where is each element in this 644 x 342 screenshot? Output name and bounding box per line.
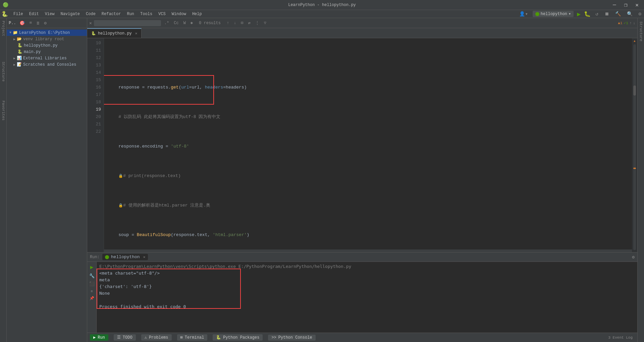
tree-item-external-libs[interactable]: ▶ 📊 External Libraries bbox=[7, 55, 87, 61]
menu-navigate[interactable]: Navigate bbox=[58, 11, 83, 17]
menu-tools[interactable]: Tools bbox=[138, 11, 155, 17]
menu-edit[interactable]: Edit bbox=[26, 11, 42, 17]
todo-btn[interactable]: ☰ TODO bbox=[114, 334, 136, 341]
search-filter-btn[interactable]: ✱ bbox=[189, 20, 194, 26]
python-packages-btn[interactable]: 🐍 Python Packages bbox=[213, 334, 263, 341]
search-word-btn[interactable]: W bbox=[182, 20, 187, 26]
run-config-label: hellopython bbox=[541, 12, 567, 16]
run-config-icon bbox=[535, 12, 539, 16]
run-tab-close[interactable]: ✕ bbox=[143, 255, 146, 259]
search-button[interactable]: 🔍 bbox=[626, 10, 634, 17]
search-close-btn[interactable]: ✕ bbox=[89, 20, 92, 26]
code-editor-container: 10 11 12 13 14 15 16 17 18 19 20 21 22 bbox=[87, 38, 637, 252]
build-button[interactable]: 🔨 bbox=[614, 10, 622, 17]
run-config-dropdown-icon: ▾ bbox=[569, 11, 571, 16]
nav-indicator-dn[interactable]: ↓ bbox=[633, 21, 635, 25]
close-button[interactable]: ✕ bbox=[633, 1, 641, 9]
search-options-btn[interactable]: ⋮ bbox=[254, 20, 261, 26]
console-output-empty bbox=[99, 297, 635, 303]
gutter-scrollbar[interactable] bbox=[633, 44, 636, 250]
console-label: Python Console bbox=[278, 335, 312, 340]
tab-hellopython[interactable]: 🐍 hellopython.py ✕ bbox=[87, 28, 142, 38]
debug-button[interactable]: 🐛 bbox=[584, 11, 591, 17]
menu-file[interactable]: File bbox=[11, 11, 26, 17]
menu-code[interactable]: Code bbox=[83, 11, 98, 17]
run-play-btn[interactable]: ▶ bbox=[90, 264, 94, 271]
run-action-btn[interactable]: ▶ Run bbox=[90, 334, 108, 341]
nav-indicator-up[interactable]: ↑ bbox=[630, 21, 632, 25]
project-sidebar-tab[interactable]: Project bbox=[1, 21, 5, 36]
collapse-all-button[interactable]: ≡ bbox=[28, 20, 34, 26]
tab-close-btn[interactable]: ✕ bbox=[135, 31, 138, 36]
locate-file-button[interactable]: 🎯 bbox=[18, 20, 26, 26]
stop-button[interactable]: ⏹ bbox=[603, 11, 610, 17]
menu-window[interactable]: Window bbox=[169, 11, 189, 17]
title-bar: 🟢 LearnPython - hellopython.py — ❐ ✕ bbox=[0, 0, 644, 10]
search-case-btn[interactable]: Cc bbox=[172, 20, 180, 26]
run-settings-btn[interactable]: ⚙ bbox=[632, 255, 635, 260]
tree-item-label: venv library root bbox=[23, 37, 64, 42]
maximize-button[interactable]: ❐ bbox=[622, 1, 630, 9]
run-button[interactable]: ▶ bbox=[577, 10, 581, 18]
settings-button-panel[interactable]: ⚙ bbox=[43, 20, 48, 26]
settings-button[interactable]: ⚙ bbox=[637, 10, 643, 17]
run-label: Run: bbox=[90, 255, 100, 260]
run-stop-btn[interactable]: ⬛ bbox=[89, 281, 95, 287]
right-tab-structure[interactable]: Structure bbox=[639, 21, 643, 41]
run-pin-btn[interactable]: 📌 bbox=[90, 296, 94, 300]
search-navigate-btn[interactable]: ⇄ bbox=[247, 20, 252, 26]
line-num-15: 15 bbox=[90, 76, 101, 84]
expand-arrow: ▶ bbox=[13, 63, 15, 67]
run-scroll-btn[interactable]: ≡ bbox=[91, 289, 93, 293]
expand-all-button[interactable]: ≣ bbox=[35, 20, 41, 26]
event-log-btn[interactable]: 3 Event Log bbox=[606, 335, 635, 340]
run-config-selector[interactable]: hellopython ▾ bbox=[533, 11, 574, 17]
scratches-icon: 📝 bbox=[17, 62, 22, 67]
search-prev-btn[interactable]: ↑ bbox=[225, 20, 230, 26]
line-num-13: 13 bbox=[90, 62, 101, 69]
run-btn-label: Run bbox=[98, 335, 105, 340]
console-output-line-4: None bbox=[99, 290, 635, 297]
menu-vcs[interactable]: VCS bbox=[156, 11, 168, 17]
favorites-sidebar-tab[interactable]: Favorites bbox=[1, 101, 5, 120]
tree-item-learnpython[interactable]: ▼ 📁 LearnPython E:\Python bbox=[7, 30, 87, 36]
terminal-btn[interactable]: ⊞ Terminal bbox=[177, 334, 208, 341]
vcs-update-icon[interactable]: 👤▾ bbox=[518, 10, 529, 17]
run-tab-icon bbox=[105, 255, 109, 259]
problems-btn[interactable]: ⚠ Problems bbox=[141, 334, 172, 341]
search-multiline-btn[interactable]: ⊡ bbox=[239, 20, 245, 26]
menu-help[interactable]: Help bbox=[190, 11, 205, 17]
menu-view[interactable]: View bbox=[42, 11, 57, 17]
bottom-right-controls: 3 Event Log bbox=[606, 335, 635, 340]
run-wrench-btn[interactable]: 🔧 bbox=[89, 273, 95, 279]
tree-item-scratches[interactable]: ▶ 📝 Scratches and Consoles bbox=[7, 61, 87, 68]
line-num-21: 21 bbox=[90, 121, 101, 128]
editor-hscrollbar[interactable] bbox=[104, 249, 632, 252]
run-panel-controls: ⚙ bbox=[632, 254, 635, 260]
minimize-button[interactable]: — bbox=[610, 1, 619, 9]
search-regex-btn[interactable]: .* bbox=[163, 20, 170, 26]
code-line-13: 🔒# print(response.text) bbox=[108, 172, 628, 180]
menu-refactor[interactable]: Refactor bbox=[99, 11, 124, 17]
python-console-btn[interactable]: >> Python Console bbox=[268, 335, 315, 341]
search-filter-icon[interactable]: ▽ bbox=[263, 20, 268, 26]
tree-item-venv[interactable]: ▶ 📂 venv library root bbox=[7, 36, 87, 42]
main-layout: Project Structure Favorites P.. 🎯 ≡ ≣ ⚙ … bbox=[0, 18, 644, 342]
gutter-scrollbar-thumb[interactable] bbox=[633, 86, 636, 96]
console-output-line-2: meta bbox=[99, 277, 635, 283]
structure-sidebar-tab[interactable]: Structure bbox=[1, 62, 5, 81]
title-bar-controls: — ❐ ✕ bbox=[610, 1, 641, 9]
pycharm-icon: 🐍 bbox=[1, 11, 8, 17]
search-next-btn[interactable]: ↓ bbox=[232, 20, 237, 26]
console-icon: >> bbox=[271, 335, 276, 340]
tree-item-mainpy[interactable]: 🐍 main.py bbox=[7, 49, 87, 55]
search-input[interactable] bbox=[94, 20, 161, 26]
title-bar-left: 🟢 bbox=[3, 2, 8, 8]
py-file-icon: 🐍 bbox=[17, 43, 22, 48]
rerun-button[interactable]: ↺ bbox=[594, 10, 599, 17]
tree-item-hellopython[interactable]: 🐍 hellopython.py bbox=[7, 42, 87, 49]
run-tab[interactable]: hellopython ✕ bbox=[102, 254, 148, 260]
line-num-11: 11 bbox=[90, 47, 101, 54]
menu-run[interactable]: Run bbox=[124, 11, 137, 17]
code-content[interactable]: response = requests.get(url=url, headers… bbox=[104, 38, 632, 252]
